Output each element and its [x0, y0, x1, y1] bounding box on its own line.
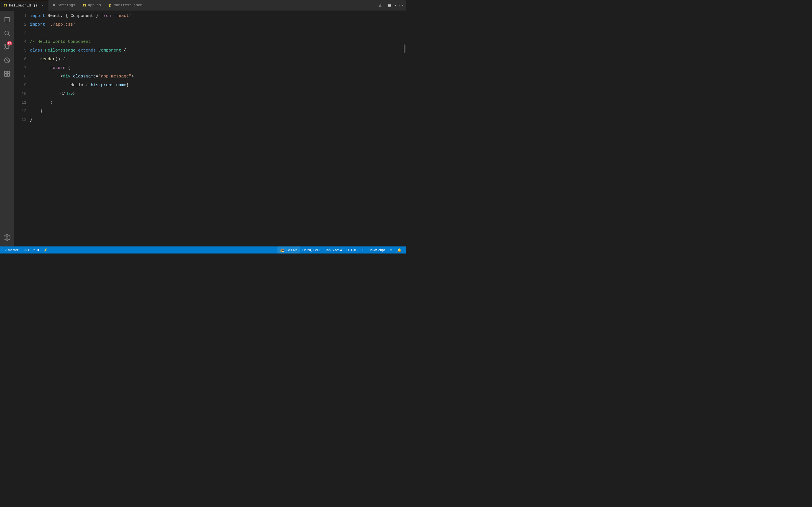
main-area: 27 1 2: [0, 11, 406, 246]
tab-size-text: Tab Size: 4: [325, 248, 342, 252]
encoding-text: UTF-8: [347, 248, 356, 252]
code-line-4: // Hello World Component: [30, 38, 406, 47]
explorer-icon: [4, 16, 10, 23]
svg-point-9: [4, 48, 6, 49]
svg-rect-15: [7, 74, 10, 76]
tab-label: manifest.json: [114, 3, 142, 7]
status-errors[interactable]: ✕ 0 ⚠ 0: [22, 246, 41, 253]
sidebar-item-no-debug[interactable]: [0, 54, 14, 67]
sidebar-item-settings[interactable]: [0, 231, 14, 244]
line-numbers: 1 2 3 4 5 6 7 8 9 10 11 12 13: [14, 11, 30, 246]
error-icon: ✕: [24, 248, 27, 252]
tab-settings[interactable]: ⚙ Settings: [49, 0, 79, 11]
svg-rect-13: [7, 71, 10, 73]
code-line-11: ): [30, 99, 406, 107]
more-actions-button[interactable]: ···: [395, 1, 403, 9]
json-icon: {}: [108, 3, 112, 7]
sidebar-item-extensions[interactable]: [0, 67, 14, 80]
code-editor[interactable]: import React, { Component } from 'react'…: [30, 11, 406, 246]
status-eol[interactable]: LF: [358, 246, 367, 253]
sidebar-item-source-control[interactable]: 27: [0, 40, 14, 54]
editor-content[interactable]: 1 2 3 4 5 6 7 8 9 10 11 12 13 import Rea…: [14, 11, 406, 246]
tab-appjs[interactable]: JS app.js: [79, 0, 105, 11]
svg-rect-1: [4, 17, 5, 22]
code-line-13: }: [30, 116, 406, 124]
js-icon2: JS: [82, 3, 86, 7]
scrollbar-thumb[interactable]: [404, 45, 405, 53]
split-editor-button[interactable]: ⇄: [376, 1, 384, 9]
go-live-label: Go Live: [286, 248, 297, 252]
svg-line-6: [8, 35, 10, 36]
code-line-5: class HelloMessage extends Component {: [30, 47, 406, 55]
status-bar: ⑂ master* ✕ 0 ⚠ 0 ⚡ 📻 Go Live Ln 20, Col…: [0, 246, 406, 253]
settings-file-icon: ⚙: [52, 3, 56, 7]
settings-icon: [4, 234, 10, 241]
source-control-badge: 27: [7, 41, 12, 45]
code-line-6: render() {: [30, 55, 406, 64]
status-go-live[interactable]: 📻 Go Live: [277, 246, 300, 253]
warning-icon: ⚠: [33, 248, 36, 252]
svg-rect-3: [9, 17, 10, 22]
svg-point-7: [4, 45, 6, 46]
code-line-8: <div className="app-message">: [30, 72, 406, 81]
sidebar-item-explorer[interactable]: [0, 13, 14, 26]
status-lightning[interactable]: ⚡: [41, 246, 50, 253]
language-text: JavaScript: [369, 248, 385, 252]
warning-count: 0: [37, 248, 39, 252]
tab-close-helloworld[interactable]: ✕: [40, 3, 45, 8]
svg-rect-4: [4, 17, 10, 18]
status-position[interactable]: Ln 20, Col 1: [300, 246, 323, 253]
tab-actions: ⇄ ▦ ···: [373, 1, 406, 9]
status-branch[interactable]: ⑂ master*: [2, 246, 22, 253]
svg-rect-14: [4, 74, 7, 76]
svg-rect-2: [4, 22, 10, 22]
tab-label: HelloWorld.js: [9, 3, 38, 8]
tab-manifest[interactable]: {} manifest.json: [105, 0, 146, 11]
status-smiley[interactable]: ☺: [387, 246, 395, 253]
position-text: Ln 20, Col 1: [303, 248, 321, 252]
error-count: 0: [28, 248, 30, 252]
no-debug-icon: [4, 57, 10, 64]
code-line-1: import React, { Component } from 'react': [30, 12, 406, 20]
tab-label: app.js: [88, 3, 101, 7]
code-line-7: return (: [30, 64, 406, 73]
tab-helloworld[interactable]: JS HelloWorld.js ✕: [0, 0, 49, 11]
sidebar-item-search[interactable]: [0, 26, 14, 40]
code-line-9: Hello {this.props.name}: [30, 81, 406, 90]
editor-area: 1 2 3 4 5 6 7 8 9 10 11 12 13 import Rea…: [14, 11, 406, 246]
scrollbar-track[interactable]: [403, 11, 406, 246]
editor-layout-button[interactable]: ▦: [386, 1, 394, 9]
eol-text: LF: [361, 248, 364, 252]
code-line-12: }: [30, 107, 406, 116]
js-icon: JS: [3, 3, 7, 7]
search-icon: [4, 30, 10, 37]
activity-bar: 27: [0, 11, 14, 246]
podcast-icon: 📻: [280, 248, 285, 252]
branch-icon: ⑂: [4, 248, 7, 252]
status-bell[interactable]: 🔔: [395, 246, 404, 253]
smiley-icon: ☺: [389, 248, 393, 252]
svg-point-16: [6, 237, 8, 238]
bell-icon: 🔔: [397, 248, 402, 252]
status-tab-size[interactable]: Tab Size: 4: [323, 246, 344, 253]
extensions-icon: [4, 70, 10, 77]
tab-bar: JS HelloWorld.js ✕ ⚙ Settings JS app.js …: [0, 0, 406, 11]
status-encoding[interactable]: UTF-8: [344, 246, 358, 253]
svg-rect-12: [4, 71, 7, 73]
tab-label: Settings: [57, 3, 75, 7]
code-line-10: </div>: [30, 90, 406, 99]
branch-name: master*: [8, 248, 19, 252]
status-language[interactable]: JavaScript: [367, 246, 387, 253]
svg-point-5: [5, 31, 9, 35]
code-line-2: import './app.css': [30, 20, 406, 29]
svg-line-11: [5, 58, 9, 62]
code-line-3: [30, 29, 406, 38]
lightning-icon: ⚡: [43, 248, 48, 252]
